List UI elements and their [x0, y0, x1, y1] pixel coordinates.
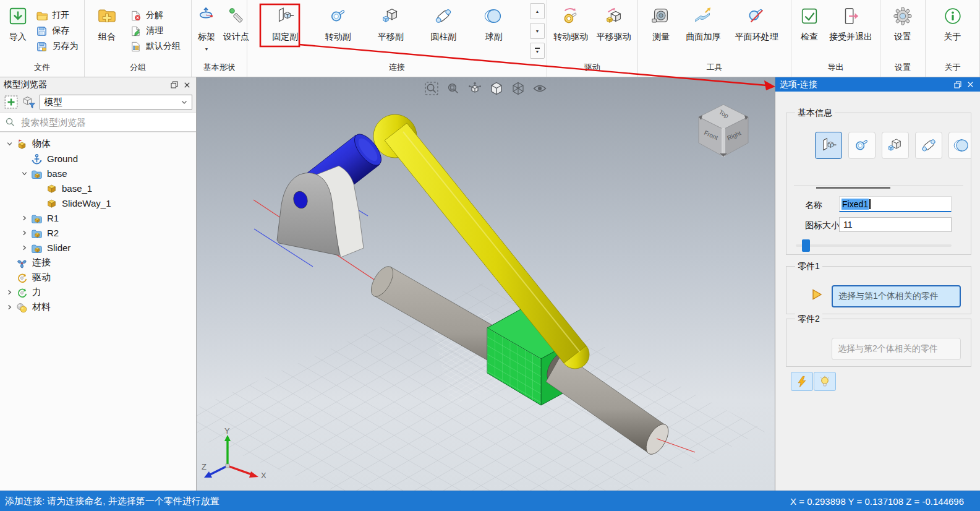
name-input[interactable]: Fixed1 [839, 196, 952, 212]
viewport-toolbar [424, 81, 547, 96]
translational-joint-icon [886, 136, 905, 155]
part2-select-field[interactable]: 选择与第2个体相关的零件 [832, 338, 961, 360]
tree-item-slideway-1[interactable]: SlideWay_1 [0, 195, 196, 210]
tree-expander-icon[interactable] [19, 213, 30, 223]
tree-item-forces[interactable]: 力 [0, 285, 196, 299]
spherical-joint-type-button[interactable] [948, 132, 971, 159]
default-group-button[interactable]: 默认分组 [128, 40, 182, 53]
part1-select-field[interactable]: 选择与第1个体相关的零件 [832, 285, 961, 307]
frame-button[interactable]: 标架▼ [193, 1, 220, 61]
hint-button[interactable] [814, 372, 836, 391]
save-button[interactable]: 保存 [34, 25, 80, 38]
clean-button[interactable]: 清理 [128, 25, 182, 38]
save-as-button[interactable]: 另存为 [34, 40, 80, 53]
fixed-joint-button[interactable]: 固定副 [269, 1, 301, 61]
zoom-window-icon[interactable] [446, 81, 461, 96]
tree-indent [4, 257, 15, 267]
ribbon-group-label: 文件 [0, 61, 84, 77]
tree-item-r1[interactable]: R1 [0, 210, 196, 225]
revolute-joint-icon [328, 6, 349, 27]
explode-icon [130, 10, 142, 22]
add-item-button[interactable] [4, 95, 19, 110]
open-button[interactable]: 打开 [34, 9, 80, 22]
spherical-joint-button[interactable]: 球副 [480, 1, 508, 61]
translation-drive-button[interactable]: 平移驱动 [594, 1, 634, 61]
fixed-joint-type-button[interactable] [815, 132, 842, 159]
ribbon-collapse-button[interactable]: ▼ [530, 43, 545, 59]
planar-ring-icon [746, 6, 767, 27]
revolute-joint-type-button[interactable] [848, 132, 876, 159]
tree-item-objects[interactable]: 物体 [0, 136, 196, 151]
tree-item-label: 连接 [32, 257, 51, 268]
tree-item-drives[interactable]: 驱动 [0, 270, 196, 285]
rotation-drive-icon [560, 6, 581, 27]
spherical-joint-icon [953, 136, 971, 155]
tree-item-materials[interactable]: 材料 [0, 299, 196, 314]
icon-size-slider-handle[interactable] [802, 239, 810, 252]
tree-expander-icon[interactable] [4, 139, 15, 148]
measure-button[interactable]: 测量 [647, 1, 675, 61]
tree-expander-icon[interactable] [4, 287, 15, 297]
icon-size-label: 图标大小 [805, 220, 840, 231]
translational-joint-type-button[interactable] [882, 132, 909, 159]
browser-filter-select[interactable]: 模型 [40, 95, 192, 110]
close-panel-icon[interactable] [181, 79, 192, 90]
cylindrical-joint-icon [433, 6, 454, 27]
frame-icon [196, 6, 217, 27]
group-icon [31, 228, 43, 238]
play-icon[interactable] [810, 288, 824, 301]
search-input[interactable] [20, 116, 191, 128]
fixed-joint-icon [275, 6, 296, 27]
tree-item-base[interactable]: base [0, 166, 196, 181]
planar-ring-button[interactable]: 平面环处理 [732, 1, 782, 61]
shaded-view-icon[interactable] [489, 81, 504, 96]
viewport: Top Front Right Y X Z [197, 77, 775, 491]
ribbon-group-label: 基本形状 [192, 61, 247, 77]
tree-item-label: Ground [47, 153, 78, 164]
tree-item-connections[interactable]: 连接 [0, 255, 196, 270]
float-panel-icon[interactable] [952, 79, 963, 90]
tree-item-base-1[interactable]: base_1 [0, 181, 196, 195]
close-panel-icon[interactable] [965, 79, 976, 90]
check-button[interactable]: 检查 [796, 1, 823, 61]
ribbon-scroll-up-button[interactable]: ▲ [530, 3, 545, 19]
revolute-joint-button[interactable]: 转动副 [322, 1, 354, 61]
cylindrical-joint-button[interactable]: 圆柱副 [427, 1, 459, 61]
tree-item-ground[interactable]: Ground [0, 151, 196, 166]
import-button[interactable]: 导入 [4, 1, 32, 61]
rotation-drive-button[interactable]: 转动驱动 [550, 1, 591, 61]
explode-button[interactable]: 分解 [128, 9, 182, 22]
ribbon-group-label: 连接 [247, 61, 547, 77]
tree-expander-icon[interactable] [4, 302, 15, 312]
visibility-icon[interactable] [532, 81, 547, 96]
accept-exit-button[interactable]: 接受并退出 [826, 1, 876, 61]
combine-button[interactable]: 组合 [93, 1, 121, 61]
icon-size-input[interactable] [839, 217, 952, 232]
filter-display-icon[interactable] [22, 95, 36, 110]
scene-3d[interactable] [197, 77, 775, 491]
surface-thicken-button[interactable]: 曲面加厚 [683, 1, 724, 61]
isometric-view-icon[interactable] [467, 81, 482, 96]
translational-joint-button[interactable]: 平移副 [375, 1, 407, 61]
icon-size-slider-track[interactable] [796, 244, 952, 247]
view-cube[interactable]: Top Front Right [694, 100, 753, 161]
apply-button[interactable] [791, 372, 813, 391]
tree-expander-icon[interactable] [19, 168, 30, 178]
save-icon [36, 25, 48, 37]
text-caret [869, 199, 871, 209]
cylindrical-joint-type-button[interactable] [915, 132, 942, 159]
tree-item-r2[interactable]: R2 [0, 225, 196, 240]
tree-expander-icon[interactable] [19, 243, 30, 252]
accept-exit-icon [840, 6, 861, 27]
ribbon-scroll-down-button[interactable]: ▼ [530, 23, 545, 39]
tree-expander-icon[interactable] [19, 228, 30, 238]
translational-joint-icon [380, 6, 401, 27]
search-box[interactable] [0, 112, 196, 132]
wireframe-view-icon[interactable] [511, 81, 526, 96]
svg-text:Y: Y [224, 427, 230, 436]
float-panel-icon[interactable] [169, 79, 180, 90]
about-button[interactable]: 关于 [939, 1, 966, 61]
zoom-extents-icon[interactable] [424, 81, 439, 96]
tree-item-slider[interactable]: Slider [0, 240, 196, 255]
settings-button[interactable]: 设置 [889, 1, 916, 61]
